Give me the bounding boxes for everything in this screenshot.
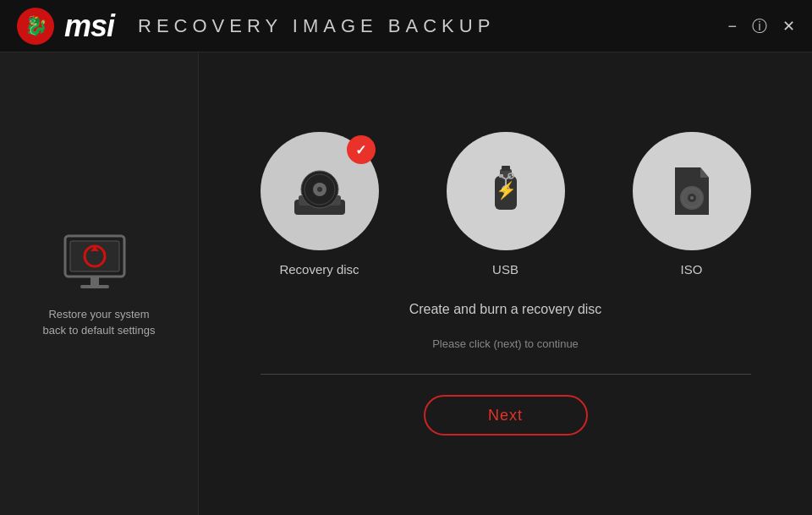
main-layout: Restore your system back to default sett… (0, 52, 812, 515)
description-text: Create and burn a recovery disc (409, 302, 602, 317)
next-button[interactable]: Next (424, 395, 588, 436)
logo-group: 🐉 msi RECOVERY IMAGE BACKUP (17, 8, 495, 45)
iso-circle (633, 132, 751, 250)
svg-text:🐉: 🐉 (25, 14, 48, 37)
close-button[interactable]: ✕ (782, 19, 795, 34)
recovery-disc-circle (261, 132, 379, 250)
usb-circle: ⚡ (447, 132, 565, 250)
svg-rect-20 (499, 174, 503, 178)
divider (261, 374, 751, 375)
minimize-button[interactable]: − (727, 19, 737, 34)
iso-label: ISO (681, 262, 703, 277)
usb-icon: ⚡ (476, 157, 535, 225)
recovery-disc-label: Recovery disc (279, 262, 359, 277)
usb-label: USB (492, 262, 518, 277)
app-header: 🐉 msi RECOVERY IMAGE BACKUP − ⓘ ✕ (0, 0, 812, 52)
sidebar: Restore your system back to default sett… (0, 52, 199, 515)
iso-icon (662, 157, 721, 225)
msi-logo-text: msi (64, 8, 114, 44)
svg-point-25 (690, 196, 694, 200)
main-content: Recovery disc (199, 52, 812, 515)
window-controls: − ⓘ ✕ (727, 19, 795, 34)
hint-text: Please click (next) to continue (432, 337, 579, 350)
svg-point-11 (317, 187, 322, 192)
options-row: Recovery disc (261, 132, 751, 277)
usb-option[interactable]: ⚡ USB (447, 132, 565, 277)
selected-checkmark (347, 135, 376, 164)
svg-rect-15 (502, 166, 510, 171)
info-button[interactable]: ⓘ (752, 19, 767, 34)
svg-rect-5 (80, 285, 109, 288)
iso-option[interactable]: ISO (633, 132, 751, 277)
app-title: RECOVERY IMAGE BACKUP (138, 15, 495, 37)
svg-text:⚡: ⚡ (495, 180, 516, 200)
dragon-logo-icon: 🐉 (17, 8, 54, 45)
recovery-disc-icon (286, 157, 354, 225)
restore-monitor-icon (57, 229, 141, 297)
recovery-disc-option[interactable]: Recovery disc (261, 132, 379, 277)
sidebar-label: Restore your system back to default sett… (43, 307, 156, 337)
svg-rect-4 (91, 277, 99, 285)
sidebar-restore-item: Restore your system back to default sett… (43, 229, 156, 337)
